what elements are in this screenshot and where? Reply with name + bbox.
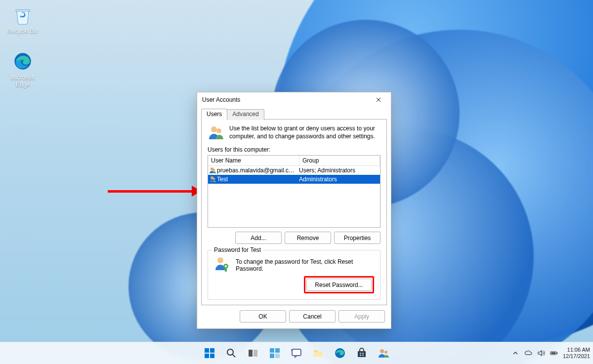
tab-strip: Users Advanced	[201, 108, 387, 119]
start-button[interactable]	[200, 344, 219, 363]
svg-rect-21	[275, 354, 280, 358]
desktop-icon-label: Recycle Bin	[4, 28, 42, 35]
dialog-description: Use the list below to grant or deny user…	[229, 124, 381, 141]
svg-rect-33	[557, 352, 558, 354]
volume-tray-icon[interactable]	[537, 349, 545, 357]
svg-rect-16	[249, 350, 253, 357]
key-user-icon	[214, 255, 231, 272]
properties-button[interactable]: Properties	[334, 232, 381, 244]
cell-username: Test	[217, 176, 296, 183]
taskbar[interactable]: 11:06 AM 12/17/2021	[0, 342, 593, 364]
ok-button[interactable]: OK	[240, 310, 286, 323]
windows-icon	[204, 347, 215, 359]
clock-time: 11:06 AM	[563, 347, 590, 353]
close-icon	[376, 97, 381, 102]
svg-rect-13	[205, 354, 209, 358]
battery-icon	[550, 350, 558, 356]
widgets-icon	[269, 347, 281, 359]
dialog-title: User Accounts	[202, 96, 240, 103]
close-button[interactable]	[367, 92, 390, 107]
tab-advanced[interactable]: Advanced	[227, 109, 264, 120]
svg-point-1	[211, 126, 217, 132]
svg-rect-9	[225, 268, 227, 272]
cell-group: Administrators	[296, 176, 380, 183]
user-row-selected[interactable]: Test Administrators	[208, 175, 380, 184]
desktop-icon-edge[interactable]: Microsoft Edge	[4, 50, 42, 88]
tab-users[interactable]: Users	[201, 109, 227, 120]
svg-rect-12	[210, 348, 214, 353]
task-view-icon	[247, 347, 259, 359]
cancel-button[interactable]: Cancel	[289, 310, 336, 323]
password-text: To change the password for Test, click R…	[236, 255, 374, 272]
svg-point-10	[225, 265, 227, 267]
users-icon	[208, 124, 224, 141]
annotation-highlight: Reset Password...	[304, 276, 374, 293]
user-icon	[208, 176, 217, 183]
desktop: Recycle Bin Microsoft Edge User Accounts…	[0, 0, 593, 364]
dialog-titlebar[interactable]: User Accounts	[197, 92, 391, 107]
svg-point-31	[384, 351, 387, 354]
clock-date: 12/17/2021	[563, 353, 590, 360]
svg-rect-20	[270, 354, 274, 358]
tray-overflow-button[interactable]	[511, 349, 519, 357]
user-accounts-taskbar-button[interactable]	[374, 344, 393, 363]
taskbar-clock[interactable]: 11:06 AM 12/17/2021	[563, 347, 590, 359]
svg-rect-14	[210, 354, 214, 358]
desktop-icon-recycle-bin[interactable]: Recycle Bin	[4, 4, 42, 35]
remove-button[interactable]: Remove	[285, 232, 331, 244]
svg-point-7	[217, 257, 223, 263]
store-icon	[356, 347, 368, 359]
task-view-button[interactable]	[244, 344, 262, 363]
taskbar-center	[200, 344, 393, 363]
svg-rect-19	[275, 348, 280, 353]
password-legend: Password for Test	[212, 246, 263, 253]
store-button[interactable]	[352, 344, 371, 363]
svg-rect-29	[362, 355, 364, 356]
battery-tray-icon[interactable]	[550, 349, 558, 357]
chevron-up-icon	[512, 350, 518, 356]
cell-group: Users; Administrators	[296, 167, 380, 174]
edge-icon	[12, 50, 34, 72]
edge-icon	[334, 347, 346, 359]
user-accounts-dialog: User Accounts Users Advanced Use the lis…	[197, 92, 391, 329]
edge-taskbar-button[interactable]	[331, 344, 349, 363]
svg-rect-26	[360, 353, 361, 354]
svg-rect-34	[551, 352, 555, 354]
users-icon	[378, 347, 389, 359]
svg-point-30	[380, 349, 384, 353]
folder-icon	[312, 347, 324, 359]
svg-rect-18	[270, 348, 274, 353]
widgets-button[interactable]	[265, 344, 284, 363]
search-button[interactable]	[222, 344, 241, 363]
users-list-label: Users for this computer:	[208, 146, 381, 153]
user-icon	[208, 167, 217, 174]
system-tray[interactable]: 11:06 AM 12/17/2021	[511, 342, 590, 364]
svg-point-15	[227, 349, 233, 355]
svg-rect-22	[292, 349, 301, 356]
svg-point-4	[213, 169, 215, 171]
add-button[interactable]: Add...	[235, 232, 282, 244]
column-username[interactable]: User Name	[208, 156, 299, 165]
tab-panel-users: Use the list below to grant or deny user…	[201, 119, 387, 305]
users-listview[interactable]: User Name Group pruebas.malavida@gmail.c…	[208, 155, 381, 228]
search-icon	[225, 347, 237, 359]
desktop-icon-label: Microsoft Edge	[4, 74, 42, 88]
annotation-arrow	[108, 187, 202, 196]
svg-point-2	[216, 128, 221, 133]
cell-username: pruebas.malavida@gmail.com	[217, 167, 296, 174]
column-group[interactable]: Group	[299, 156, 380, 165]
svg-rect-25	[358, 351, 366, 357]
svg-point-23	[291, 349, 293, 351]
user-row[interactable]: pruebas.malavida@gmail.com Users; Admini…	[208, 166, 380, 175]
svg-rect-28	[360, 355, 361, 356]
apply-button[interactable]: Apply	[339, 310, 385, 323]
svg-rect-17	[254, 350, 257, 357]
recycle-bin-icon	[12, 4, 34, 26]
chat-button[interactable]	[287, 344, 306, 363]
reset-password-button[interactable]: Reset Password...	[306, 279, 372, 291]
chat-icon	[291, 347, 302, 359]
password-fieldset: Password for Test To change the password…	[208, 250, 381, 300]
file-explorer-button[interactable]	[309, 344, 328, 363]
listview-header[interactable]: User Name Group	[208, 156, 380, 166]
onedrive-tray-icon[interactable]	[524, 349, 532, 357]
